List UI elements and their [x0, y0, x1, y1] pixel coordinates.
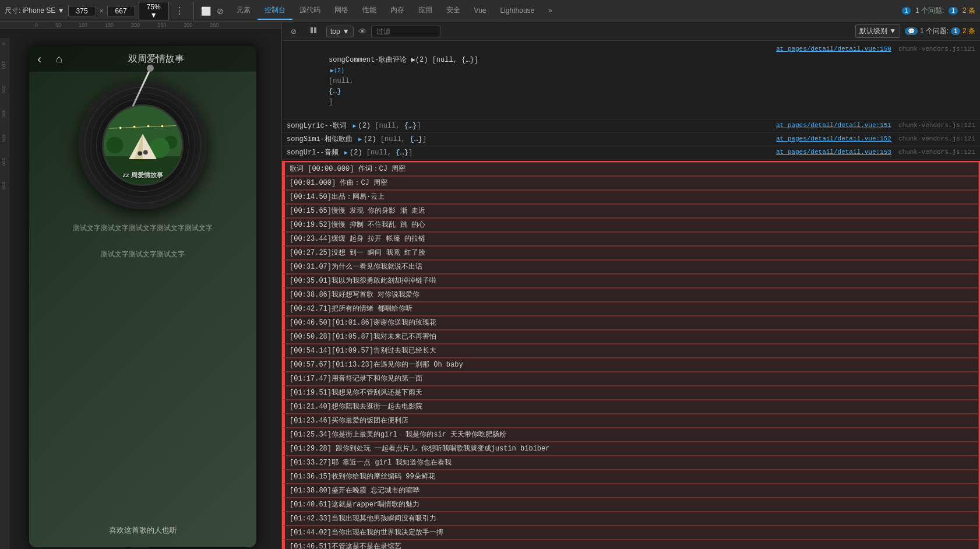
- log-text-2: songSimi-相似歌曲 ▶(2) [null, {…}]: [287, 134, 769, 145]
- issues-label-text: 1 个问题:: [920, 26, 949, 36]
- song-footer: 喜欢这首歌的人也听: [29, 525, 256, 536]
- log-file-0[interactable]: chunk-vendors.js:121: [898, 44, 975, 54]
- log-source-3[interactable]: at pages/detail/detail.vue:153: [776, 147, 891, 157]
- tab-performance[interactable]: 性能: [355, 2, 383, 20]
- lyric-line-20: [01:29.28] 跟你到处玩 一起看点片儿 你想听我唱歌我就变成justin…: [283, 442, 979, 456]
- stop-icon[interactable]: ⊘: [217, 6, 224, 16]
- log-file-1[interactable]: chunk-vendors.js:121: [898, 121, 975, 131]
- tab-security[interactable]: 安全: [439, 2, 467, 20]
- svg-point-7: [138, 152, 142, 156]
- lyric-line-26: [01:44.02]当你出现在我的世界我决定放手一搏: [283, 526, 979, 540]
- more-options-btn[interactable]: ⋮: [172, 5, 186, 16]
- lyric-text-14: [00:57.67][01:13.23]在遇见你的一刹那 Oh baby: [290, 360, 974, 370]
- lyric-text-4: [00:19.52]慢慢 抑制 不住我乱 跳 的心: [290, 220, 974, 230]
- log-file-3[interactable]: chunk-vendors.js:121: [898, 147, 975, 157]
- warnings-count: 2 条: [963, 6, 975, 16]
- width-input[interactable]: [68, 6, 96, 16]
- lyric-text-22: [01:36.15]收到你给我的摩丝编码 99朵鲜花: [290, 471, 974, 482]
- svg-point-8: [143, 150, 148, 155]
- vinyl-disc: zz 周爱情故事: [79, 81, 207, 209]
- lyric-text-11: [00:46.50][01:01.86]谢谢你送我的玫瑰花: [290, 318, 974, 328]
- devtools-panel: ⊘ top ▼ 👁 默认级别 ▼ 💬 1 个问题: 1: [282, 22, 980, 549]
- issue-number: 1: [951, 27, 960, 35]
- lyric-text-16: [01:19.51]我想见你不管刮风还是下雨天: [290, 388, 974, 398]
- lyric-text-20: [01:29.28] 跟你到处玩 一起看点片儿 你想听我唱歌我就变成justin…: [290, 444, 974, 454]
- lyric-text-25: [01:42.33]当我出现其他男孩瞬间没有吸引力: [290, 513, 974, 524]
- tab-more[interactable]: »: [541, 3, 559, 19]
- expand-arrow-0[interactable]: ▶(2): [330, 68, 344, 74]
- lyric-line-17: [01:21.40]想你陪我去逛街一起去电影院: [283, 400, 979, 414]
- tab-vue[interactable]: Vue: [467, 3, 493, 19]
- tab-lighthouse[interactable]: Lighthouse: [493, 3, 542, 19]
- chat-icon: 💬: [905, 27, 918, 35]
- song-info-area: 测试文字测试文字测试文字测试文字测试文字 测试文字测试文字测试文字: [29, 221, 256, 262]
- phone-content-area: 0 100 200 300 400 500 600 ‹ ⌂ 双周爱情故事: [0, 29, 281, 549]
- lyric-line-3: [00:15.65]慢慢 发现 你的身影 渐 走近: [283, 204, 979, 218]
- lyric-text-8: [00:35.01]我以为我很勇敢此刻却掉掉链子啦: [290, 276, 974, 286]
- lyric-text-1: [00:01.000] 作曲：CJ 周密: [290, 178, 974, 188]
- lyric-line-5: [00:23.44]缓缓 起身 拉开 帐篷 的拉链: [283, 232, 979, 246]
- lyric-line-2: [00:14.50]出品：网易·云上: [283, 190, 979, 204]
- album-area: zz 周爱情故事: [79, 81, 207, 209]
- svg-point-12: [147, 125, 150, 128]
- tab-memory[interactable]: 内存: [383, 2, 411, 20]
- ruler-horizontal: 0 50 100 150 200 250 300 350: [0, 22, 281, 29]
- top-dropdown[interactable]: top ▼: [326, 26, 354, 37]
- lyric-line-6: [00:27.25]没想 到一 瞬间 我竟 红了脸: [283, 246, 979, 260]
- log-line: songComment-歌曲评论 ▶(2) [null, {…}] ▶(2) […: [282, 43, 980, 119]
- log-source-2[interactable]: at pages/detail/detail.vue:152: [776, 134, 891, 144]
- lyric-line-11: [00:46.50][01:01.86]谢谢你送我的玫瑰花: [283, 316, 979, 330]
- lyric-text-0: 歌词 [00:00.000] 作词：CJ 周密: [290, 164, 974, 174]
- lyric-line-0: 歌词 [00:00.000] 作词：CJ 周密: [283, 162, 979, 176]
- level-label: 默认级别 ▼: [859, 26, 896, 36]
- null-text-0: [null,: [329, 77, 354, 85]
- lyric-line-22: [01:36.15]收到你给我的摩丝编码 99朵鲜花: [283, 470, 979, 484]
- lyric-text-9: [00:38.86]我好想写首歌 对你说我爱你: [290, 290, 974, 300]
- pause-btn[interactable]: [305, 24, 322, 38]
- screenshot-icon[interactable]: ⬜: [201, 6, 211, 16]
- phone-home-icon[interactable]: ⌂: [56, 53, 62, 65]
- log-file-2[interactable]: chunk-vendors.js:121: [898, 134, 975, 144]
- lyric-line-13: [00:54.14][01:09.57]告别过去我已经长大: [283, 344, 979, 358]
- console-output: songComment-歌曲评论 ▶(2) [null, {…}] ▶(2) […: [282, 41, 980, 549]
- lyric-text-24: [01:40.61]这就是rapper唱情歌的魅力: [290, 499, 974, 510]
- svg-rect-14: [311, 27, 313, 33]
- ruler-vertical: 0 100 200 300 400 500 600: [0, 38, 9, 549]
- tab-application[interactable]: 应用: [411, 2, 439, 20]
- clear-console-btn[interactable]: ⊘: [287, 26, 301, 37]
- filter-input[interactable]: [371, 26, 441, 37]
- expand-arrow-3[interactable]: ▶: [344, 150, 348, 156]
- lyric-line-9: [00:38.86]我好想写首歌 对你说我爱你: [283, 288, 979, 302]
- phone-nav: ⌂ 双周爱情故事: [29, 46, 256, 72]
- log-source-1[interactable]: at pages/detail/detail.vue:151: [776, 121, 891, 131]
- tab-console[interactable]: 控制台: [258, 2, 292, 20]
- eye-icon[interactable]: 👁: [358, 27, 366, 36]
- expand-arrow-1[interactable]: ▶: [352, 123, 356, 129]
- null-close-0: ]: [329, 98, 333, 106]
- lyric-text-10: [00:42.71]把所有的情绪 都唱给你听: [290, 304, 974, 314]
- log-text: songComment-歌曲评论 ▶(2) [null, {…}] ▶(2) […: [287, 44, 769, 118]
- phone-back-btn[interactable]: ‹: [37, 52, 41, 67]
- lyric-line-25: [01:42.33]当我出现其他男孩瞬间没有吸引力: [283, 512, 979, 526]
- issues-badge-area: 💬 1 个问题: 1 2 条: [905, 26, 975, 36]
- svg-point-13: [161, 125, 164, 128]
- tab-elements[interactable]: 元素: [230, 2, 258, 20]
- lyric-line-4: [00:19.52]慢慢 抑制 不住我乱 跳 的心: [283, 218, 979, 232]
- expand-arrow-2[interactable]: ▶: [358, 136, 362, 143]
- test-text-1: 测试文字测试文字测试文字测试文字测试文字: [41, 223, 245, 233]
- log-source-0[interactable]: at pages/detail/detail.vue:150: [776, 44, 891, 54]
- svg-point-10: [119, 126, 122, 129]
- console-toolbar-right: 默认级别 ▼ 💬 1 个问题: 1 2 条: [855, 24, 975, 38]
- height-input[interactable]: [107, 6, 135, 16]
- tab-network[interactable]: 网络: [327, 2, 355, 20]
- top-bar: 尺寸: iPhone SE ▼ × 75% ▼ ⋮ ⬜ ⊘ 元素 控制台 源代码…: [0, 0, 980, 22]
- lyric-line-15: [01:17.47]用音符记录下和你见的第一面: [283, 372, 979, 386]
- lyric-line-27: [01:46.51]不管这是不是在录综艺: [283, 540, 979, 549]
- lyric-text-3: [00:15.65]慢慢 发现 你的身影 渐 走近: [290, 206, 974, 216]
- level-dropdown[interactable]: 默认级别 ▼: [855, 24, 900, 38]
- zoom-control[interactable]: 75% ▼: [139, 2, 169, 20]
- tab-sources[interactable]: 源代码: [292, 2, 327, 20]
- lyric-text-17: [01:21.40]想你陪我去逛街一起去电影院: [290, 402, 974, 412]
- device-label[interactable]: 尺寸: iPhone SE ▼: [5, 6, 65, 16]
- issues-label: 1 个问题:: [915, 6, 944, 16]
